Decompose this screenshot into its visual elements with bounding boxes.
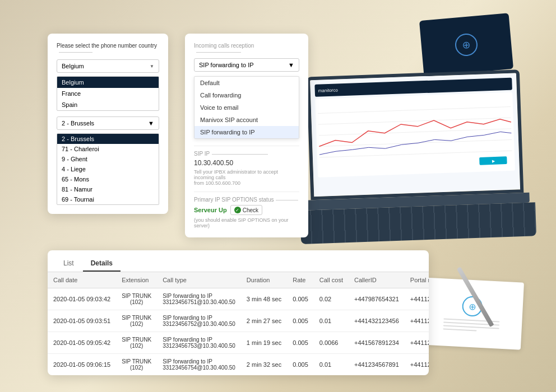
cell-extension: SIP TRUNK(102) xyxy=(116,332,157,354)
check-button[interactable]: ✓ Check xyxy=(230,205,262,215)
country-option-spain[interactable]: Spain xyxy=(57,99,159,110)
city-select[interactable]: 2 - Brussels ▼ xyxy=(57,116,159,130)
tab-list[interactable]: List xyxy=(55,256,82,272)
svg-line-4 xyxy=(319,151,512,157)
col-caller-id: CallerID xyxy=(349,272,405,288)
city-option-liege[interactable]: 4 - Liege xyxy=(57,164,159,174)
option-sip-forwarding[interactable]: SIP forwarding to IP xyxy=(194,126,299,138)
cell-call-date: 2020-01-05 09:05:42 xyxy=(48,332,116,354)
cell-extension: SIP TRUNK(102) xyxy=(116,288,157,310)
svg-line-2 xyxy=(319,129,512,136)
status-row: Serveur Up ✓ Check xyxy=(194,205,299,215)
sip-ip-label: SIP IP xyxy=(194,151,299,157)
country-dropdown: Belgium France Spain xyxy=(57,76,159,111)
cell-call-date: 2020-01-05 09:03:51 xyxy=(48,310,116,332)
city-option-namur[interactable]: 81 - Namur xyxy=(57,184,159,194)
option-voice-to-email[interactable]: Voice to email xyxy=(194,101,299,114)
city-select-arrow: ▼ xyxy=(148,120,154,127)
city-option-mons[interactable]: 65 - Mons xyxy=(57,174,159,184)
cell-rate: 0.005 xyxy=(287,310,314,332)
panel-phone-country: Please select the phone number country B… xyxy=(48,34,168,214)
col-call-cost: Call cost xyxy=(314,272,349,288)
cell-call-type: SIP forwarding to IP33123456754@10.30.40… xyxy=(157,354,241,376)
cell-duration: 2 min 27 sec xyxy=(241,310,287,332)
country-option-belgium[interactable]: Belgium xyxy=(57,77,159,88)
city-select-value: 2 - Brussels xyxy=(62,120,94,127)
divider-2 xyxy=(194,192,299,192)
option-manivox-sip[interactable]: Manivox SIP account xyxy=(194,114,299,126)
reception-select-arrow: ▼ xyxy=(288,62,294,68)
cell-portal-number: +441123456754 xyxy=(405,354,429,376)
cell-portal-number: +441123456751 xyxy=(405,288,429,310)
cell-call-type: SIP forwarding to IP33123456751@10.30.40… xyxy=(157,288,241,310)
city-option-tournai[interactable]: 69 - Tournai xyxy=(57,194,159,204)
incoming-calls-label: Incoming calls reception xyxy=(194,43,299,55)
tab-details[interactable]: Details xyxy=(83,256,121,272)
table-row: 2020-01-05 09:06:15 SIP TRUNK(102) SIP f… xyxy=(48,354,429,376)
svg-line-1 xyxy=(318,118,511,124)
cell-duration: 2 min 32 sec xyxy=(241,354,287,376)
divider-1 xyxy=(194,146,299,146)
card-line-4 xyxy=(443,328,476,331)
country-option-france[interactable]: France xyxy=(57,88,159,99)
panel-phone-title: Please select the phone number country xyxy=(57,43,159,55)
cell-call-cost: 0.02 xyxy=(314,288,349,310)
country-select[interactable]: Belgium ▼ xyxy=(57,59,159,73)
cell-extension: SIP TRUNK(102) xyxy=(116,354,157,376)
laptop-screen: manitorco ▶ xyxy=(307,69,523,200)
chart-svg: ▶ xyxy=(317,95,512,175)
status-note: (you should enable SIP OPTIONS on your s… xyxy=(194,217,299,228)
col-extension: Extension xyxy=(116,272,157,288)
laptop-chart: ▶ xyxy=(315,92,515,178)
city-option-ghent[interactable]: 9 - Ghent xyxy=(57,154,159,164)
cell-caller-id: +441567891234 xyxy=(349,332,405,354)
cell-call-date: 2020-01-05 09:03:42 xyxy=(48,288,116,310)
table-header-row: Call date Extension Call type Duration R… xyxy=(48,272,429,288)
option-default[interactable]: Default xyxy=(194,77,299,89)
col-call-type: Call type xyxy=(157,272,241,288)
status-up-text: Serveur Up xyxy=(194,207,227,213)
country-select-arrow: ▼ xyxy=(150,64,154,69)
cell-caller-id: +447987654321 xyxy=(349,288,405,310)
reception-select-value: SIP forwarding to IP xyxy=(199,62,254,68)
navy-card-logo: ⊕ xyxy=(454,32,478,57)
cell-duration: 3 min 48 sec xyxy=(241,288,287,310)
laptop-logo-text: manitorco xyxy=(318,87,338,93)
sip-help-text: Tell your IPBX administrator to accept i… xyxy=(194,169,299,186)
option-call-forwarding[interactable]: Call forwarding xyxy=(194,89,299,101)
panel-calls-table: List Details Call date Extension Call ty… xyxy=(48,250,429,375)
cell-call-type: SIP forwarding to IP33123456753@10.30.40… xyxy=(157,332,241,354)
table-tabs: List Details xyxy=(48,250,429,272)
table-row: 2020-01-05 09:03:42 SIP TRUNK(102) SIP f… xyxy=(48,288,429,310)
cell-call-date: 2020-01-05 09:06:15 xyxy=(48,354,116,376)
cell-duration: 1 min 19 sec xyxy=(241,332,287,354)
cell-call-type: SIP forwarding to IP33123456752@10.30.40… xyxy=(157,310,241,332)
sip-ip-value: 10.30.400.50 xyxy=(194,159,299,167)
cell-rate: 0.005 xyxy=(287,354,314,376)
cell-caller-id: +441432123456 xyxy=(349,310,405,332)
city-option-charleroi[interactable]: 71 - Charleroi xyxy=(57,144,159,154)
city-dropdown: 2 - Brussels 71 - Charleroi 9 - Ghent 4 … xyxy=(57,133,159,205)
check-label: Check xyxy=(243,207,258,213)
cell-call-cost: 0.01 xyxy=(314,310,349,332)
city-option-brussels[interactable]: 2 - Brussels xyxy=(57,134,159,144)
check-icon: ✓ xyxy=(234,207,241,213)
col-portal-number: Portal number xyxy=(405,272,429,288)
sip-options-label: Primary IP SIP OPTIONS status xyxy=(194,197,299,203)
panel-incoming-calls: Incoming calls reception SIP forwarding … xyxy=(185,34,308,237)
reception-select[interactable]: SIP forwarding to IP ▼ xyxy=(194,58,299,72)
cell-call-cost: 0.0066 xyxy=(314,332,349,354)
cell-extension: SIP TRUNK(102) xyxy=(116,310,157,332)
table-row: 2020-01-05 09:05:42 SIP TRUNK(102) SIP f… xyxy=(48,332,429,354)
table-row: 2020-01-05 09:03:51 SIP TRUNK(102) SIP f… xyxy=(48,310,429,332)
cell-call-cost: 0.01 xyxy=(314,354,349,376)
col-duration: Duration xyxy=(241,272,287,288)
reception-dropdown: Default Call forwarding Voice to email M… xyxy=(194,76,299,139)
laptop: manitorco ▶ xyxy=(307,69,548,245)
laptop-screen-content: manitorco ▶ xyxy=(310,73,520,197)
cell-portal-number: +441123456753 xyxy=(405,332,429,354)
cell-rate: 0.005 xyxy=(287,288,314,310)
calls-table: Call date Extension Call type Duration R… xyxy=(48,272,429,375)
col-rate: Rate xyxy=(287,272,314,288)
table-body: 2020-01-05 09:03:42 SIP TRUNK(102) SIP f… xyxy=(48,288,429,376)
